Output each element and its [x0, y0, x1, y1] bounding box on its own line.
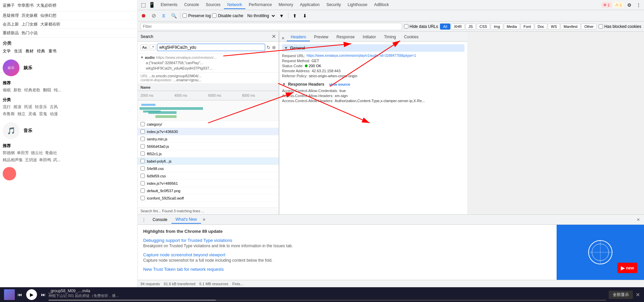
has-blocked-cookies-input[interactable]	[599, 24, 603, 29]
nav-item[interactable]: 大鬼必听榜	[36, 3, 56, 8]
tab-response[interactable]: Response	[332, 33, 359, 41]
recommend-item2[interactable]: 王玥波	[25, 157, 37, 163]
tab-cookies[interactable]: Cookies	[400, 33, 422, 41]
name-item[interactable]: 5666d43a0.js	[138, 143, 279, 150]
nav-item[interactable]: 华章图书	[17, 3, 34, 8]
view-source-btn[interactable]: view source	[329, 82, 350, 86]
disable-cache-input[interactable]	[212, 13, 216, 18]
tab-headers[interactable]: Headers	[287, 33, 310, 41]
nav-item[interactable]: 会员上新	[3, 21, 19, 27]
settings-icon[interactable]: ⚙	[625, 1, 633, 9]
category-item[interactable]: 童书	[48, 48, 56, 54]
export-icon[interactable]: ⬇	[300, 11, 309, 20]
filter-btn-img[interactable]: Img	[491, 24, 503, 30]
name-item[interactable]: 6d9d59.css	[138, 172, 279, 180]
record-button[interactable]: ⏺	[139, 11, 148, 20]
name-item[interactable]: f852c1.js	[138, 150, 279, 158]
filter-btn-ws[interactable]: WS	[548, 24, 560, 30]
category-item2[interactable]: 独立	[17, 111, 26, 117]
progress-bar[interactable]	[48, 300, 216, 301]
throttle-select[interactable]: No throttling	[245, 12, 276, 19]
request-checkbox[interactable]	[140, 166, 145, 171]
search-refresh-btn[interactable]: ↻	[267, 45, 271, 50]
preserve-log-input[interactable]	[183, 13, 187, 18]
filter-input[interactable]	[140, 23, 402, 30]
tab-timing[interactable]: Timing	[380, 33, 400, 41]
filter-icon[interactable]: ⧖	[159, 11, 168, 20]
tab-initiator[interactable]: Initiator	[359, 33, 380, 41]
tab-lighthouse[interactable]: Lighthouse	[344, 1, 371, 9]
category-item[interactable]: 文学	[3, 48, 11, 54]
name-item[interactable]: index.js?v=489561	[138, 180, 279, 187]
search-result[interactable]: wKg5HF9Cai2h_yduAEoydH37Ptg937...	[140, 66, 276, 71]
category-item[interactable]: 经典	[37, 48, 45, 54]
response-toggle[interactable]: ▼	[282, 82, 286, 87]
category-item2[interactable]: 轻音乐	[35, 104, 47, 110]
disable-cache-checkbox[interactable]: Disable cache	[212, 13, 243, 18]
tab-security[interactable]: Security	[323, 1, 344, 9]
category-item2[interactable]: 布鲁斯	[3, 111, 15, 117]
filter-btn-media[interactable]: Media	[504, 24, 520, 30]
request-checkbox[interactable]	[140, 196, 145, 200]
filter-btn-js[interactable]: JS	[466, 24, 476, 30]
filter-btn-all[interactable]: All	[440, 24, 450, 30]
show-all-btn[interactable]: 全部显示	[609, 291, 633, 299]
throttle-arrow[interactable]: ▼	[277, 11, 286, 20]
category-item2[interactable]: 动漫	[50, 111, 58, 117]
category-item2[interactable]: 雷鬼	[39, 111, 47, 117]
headers-close-btn[interactable]: ✕	[279, 35, 287, 41]
category-item2[interactable]: 摇滚	[13, 104, 22, 110]
nav-item[interactable]: 蓝狮子	[3, 3, 15, 8]
bottom-tab-console[interactable]: Console	[149, 216, 171, 223]
filter-btn-font[interactable]: Font	[521, 24, 534, 30]
name-item[interactable]: iconfont_5925ca0.woff	[138, 195, 279, 202]
filter-btn-other[interactable]: Other	[581, 24, 597, 30]
recommend-item[interactable]: 经典老歌	[24, 87, 40, 93]
hide-data-urls-input[interactable]	[404, 24, 408, 29]
tab-performance[interactable]: Performance	[245, 1, 275, 9]
search-close-btn[interactable]: ✕	[272, 33, 276, 40]
name-item[interactable]: index.js?v=436630	[138, 128, 279, 135]
request-checkbox[interactable]	[140, 144, 145, 148]
recommend-item[interactable]: 新歌	[13, 87, 22, 93]
request-checkbox[interactable]	[140, 159, 145, 163]
has-blocked-cookies-checkbox[interactable]: Has blocked cookies	[599, 24, 641, 29]
recommend-item2[interactable]: 单田鸣	[39, 157, 51, 163]
recommend-item[interactable]: 翻唱	[43, 87, 51, 93]
category-item2[interactable]: 灵魂	[28, 111, 36, 117]
warning-badge[interactable]: ⚠1	[613, 2, 624, 8]
search-clear-btn[interactable]: ⊗	[272, 45, 276, 50]
category-item[interactable]: 教材	[26, 48, 34, 54]
request-checkbox[interactable]	[140, 122, 145, 126]
filter-btn-css[interactable]: CSS	[477, 24, 490, 30]
stop-button[interactable]: ⊘	[149, 11, 158, 20]
name-item[interactable]: sentry.min.js	[138, 135, 279, 143]
search-text-input[interactable]	[157, 44, 265, 51]
name-item[interactable]: default_9c0f537.png	[138, 187, 279, 195]
request-checkbox[interactable]	[140, 129, 145, 134]
case-sensitive-btn[interactable]: Aa	[140, 44, 148, 50]
tab-memory[interactable]: Memory	[275, 1, 296, 9]
taskbar-close-btn[interactable]: ✕	[636, 292, 640, 298]
nav-item[interactable]: 重磅新品	[3, 30, 19, 36]
nav-item[interactable]: 悬疑推理	[3, 13, 19, 18]
nav-item[interactable]: 大家都在听	[40, 21, 61, 27]
category-item2[interactable]: 民谣	[24, 104, 32, 110]
tab-application[interactable]: Application	[296, 1, 323, 9]
request-checkbox[interactable]	[140, 152, 145, 156]
preserve-log-checkbox[interactable]: Preserve log	[183, 13, 211, 18]
bottom-tab-whats-new[interactable]: What's New	[171, 216, 201, 224]
filter-btn-manifest[interactable]: Manifest	[561, 24, 581, 30]
recommend-item2[interactable]: 武...	[53, 157, 61, 163]
import-icon[interactable]: ⬆	[290, 11, 299, 20]
tab-preview[interactable]: Preview	[310, 33, 332, 41]
category-item[interactable]: 生活	[14, 48, 22, 54]
whats-new-link[interactable]: Capture node screenshot beyond viewport	[143, 252, 225, 257]
bottom-panel-close-btn[interactable]: ✕	[634, 217, 643, 223]
recommend-item[interactable]: 催眠	[3, 87, 11, 93]
general-toggle[interactable]: ▼	[284, 46, 288, 50]
tab-network[interactable]: Network	[224, 1, 245, 9]
request-checkbox[interactable]	[140, 188, 145, 193]
request-checkbox[interactable]	[140, 181, 145, 185]
play-btn[interactable]: ▶	[26, 289, 37, 300]
